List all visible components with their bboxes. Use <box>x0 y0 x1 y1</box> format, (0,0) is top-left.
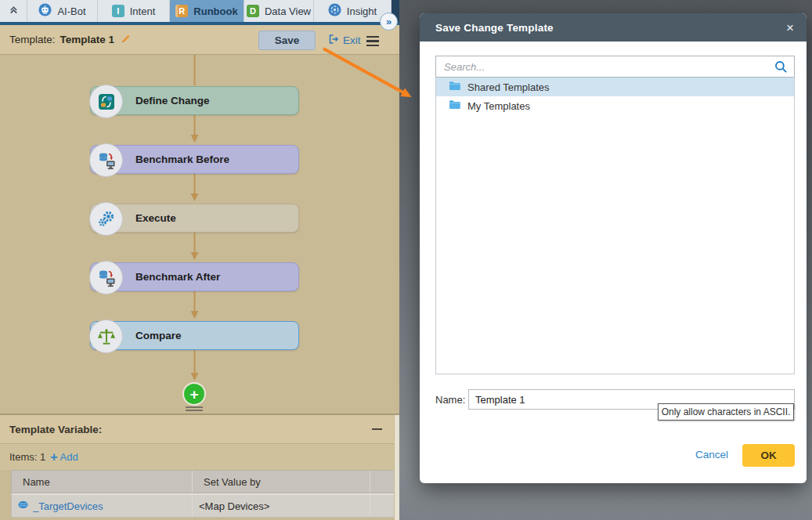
name-label: Name: <box>435 394 465 406</box>
folder-icon <box>449 81 460 93</box>
benchmark-after-icon <box>89 261 123 294</box>
hamburger-menu-icon[interactable] <box>366 36 379 46</box>
app-root: AI-Bot I Intent R Runbook D Data View In… <box>0 0 812 520</box>
table-header-row: Name Set Value by <box>11 470 395 493</box>
tab-label: Data View <box>265 5 311 17</box>
cancel-button[interactable]: Cancel <box>695 449 728 460</box>
node-label: Benchmark Before <box>135 153 229 165</box>
template-name: Template 1 <box>60 34 115 45</box>
node-label: Define Change <box>135 95 210 107</box>
search-icon[interactable] <box>774 60 788 77</box>
scrollbar-track[interactable] <box>394 415 399 520</box>
tab-label: AI-Bot <box>57 5 85 17</box>
template-toolbar: Template: Template 1 Save Exit <box>0 25 399 55</box>
tab-label: Runbook <box>193 5 237 17</box>
dialog-title: Save Change Template <box>435 22 554 34</box>
benchmark-before-icon <box>89 143 123 177</box>
template-label: Template: <box>9 34 56 45</box>
exit-icon <box>328 34 339 47</box>
template-variable-header: Template Variable: <box>0 415 399 444</box>
expand-panel-button[interactable]: » <box>380 13 398 31</box>
tab-ai-bot[interactable]: AI-Bot <box>27 0 98 22</box>
node-label: Benchmark After <box>135 271 220 283</box>
node-benchmark-before[interactable]: Benchmark Before <box>90 145 299 174</box>
tree-item-label: Shared Templates <box>467 81 550 93</box>
variable-table: Name Set Value by _TargetDevices <Map De… <box>11 470 395 518</box>
tab-intent[interactable]: I Intent <box>98 0 170 22</box>
save-button[interactable]: Save <box>258 31 316 50</box>
add-node-button[interactable]: + <box>184 384 204 404</box>
column-header-name[interactable]: Name <box>12 471 193 493</box>
search-input[interactable] <box>436 56 765 77</box>
node-define-change[interactable]: Define Change <box>90 86 299 115</box>
node-benchmark-after[interactable]: Benchmark After <box>90 262 299 291</box>
ai-bot-icon <box>38 3 52 19</box>
data-view-icon: D <box>247 5 259 17</box>
node-label: Execute <box>135 212 176 224</box>
template-folder-tree: Shared Templates My Templates <box>435 78 795 374</box>
exit-label: Exit <box>343 34 361 46</box>
panel-drag-handle[interactable] <box>186 406 203 413</box>
table-row[interactable]: _TargetDevices <Map Devices> <box>11 493 395 518</box>
compare-icon <box>89 320 123 353</box>
exit-button[interactable]: Exit <box>328 31 361 50</box>
dialog-header[interactable]: Save Change Template × <box>420 13 807 42</box>
insight-icon <box>328 3 341 19</box>
intent-icon: I <box>112 5 125 17</box>
ascii-validation-tooltip: Only allow characters in ASCII. <box>658 403 794 421</box>
workflow-canvas[interactable]: Define Change Benchmark Before Execute B… <box>0 55 399 413</box>
template-search-box <box>435 56 795 78</box>
variable-device-icon <box>18 500 28 512</box>
folder-icon <box>449 99 460 112</box>
add-label: Add <box>60 451 78 463</box>
node-label: Compare <box>135 330 182 341</box>
tree-item-my-templates[interactable]: My Templates <box>436 96 794 115</box>
double-chevron-up-icon <box>9 5 19 17</box>
items-toolbar: Items: 1 + Add <box>0 444 399 470</box>
template-variable-title: Template Variable: <box>9 415 102 443</box>
collapse-tabs-button[interactable] <box>0 0 27 22</box>
template-title: Template: Template 1 <box>9 25 132 54</box>
define-change-icon <box>89 85 123 118</box>
tab-label: Intent <box>130 5 156 17</box>
tab-label: Insight <box>347 5 377 17</box>
runbook-icon: R <box>175 5 188 17</box>
tab-runbook[interactable]: R Runbook <box>170 0 244 22</box>
execute-icon <box>89 202 123 236</box>
close-icon[interactable]: × <box>786 21 794 34</box>
variable-set-value-by: <Map Devices> <box>193 495 370 517</box>
items-count-label: Items: 1 <box>9 451 45 463</box>
tree-item-shared-templates[interactable]: Shared Templates <box>436 78 794 96</box>
tab-data-view[interactable]: D Data View <box>244 0 314 22</box>
column-header-set-value-by[interactable]: Set Value by <box>193 471 370 493</box>
edit-pencil-icon[interactable] <box>121 33 132 46</box>
add-variable-button[interactable]: + Add <box>50 451 78 464</box>
tree-item-label: My Templates <box>467 100 530 112</box>
ok-button[interactable]: OK <box>742 444 795 467</box>
save-change-template-dialog: Save Change Template × Shared Templates … <box>420 13 807 483</box>
plus-icon: + <box>50 451 57 464</box>
runbook-panel: AI-Bot I Intent R Runbook D Data View In… <box>0 0 399 520</box>
node-execute[interactable]: Execute <box>90 204 299 233</box>
collapse-minus-icon[interactable] <box>372 428 382 430</box>
top-tab-bar: AI-Bot I Intent R Runbook D Data View In… <box>0 0 399 22</box>
variable-name: _TargetDevices <box>33 500 103 512</box>
node-compare[interactable]: Compare <box>90 321 299 350</box>
